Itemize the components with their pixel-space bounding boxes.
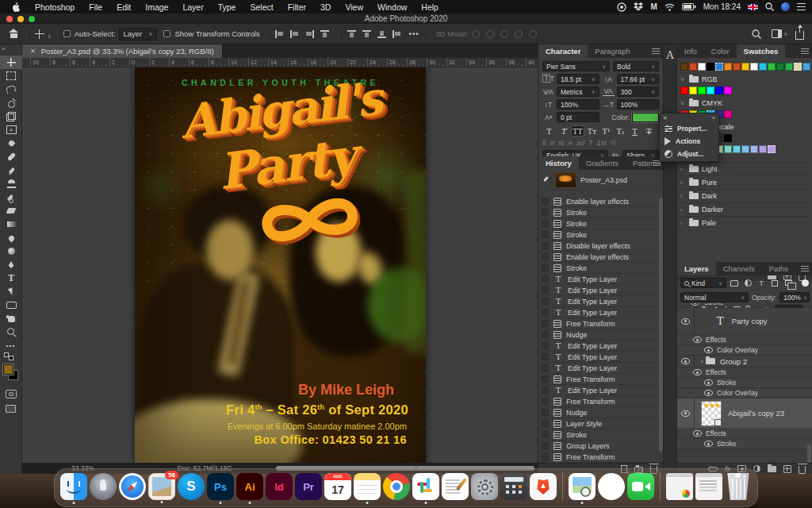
tool-button[interactable] xyxy=(0,190,22,204)
canvas-area[interactable]: CHANDLER YOUTH THEATRE Abigail's Party B… xyxy=(22,67,538,463)
eye-icon[interactable] xyxy=(681,358,690,364)
history-set-source-well[interactable] xyxy=(542,264,549,271)
dock-icon[interactable] xyxy=(354,473,381,500)
home-icon[interactable] xyxy=(6,27,21,41)
tool-button[interactable] xyxy=(0,231,22,244)
dock-icon[interactable]: S xyxy=(178,473,205,500)
swatch[interactable] xyxy=(759,63,767,71)
history-set-source-well[interactable] xyxy=(542,453,549,460)
history-set-source-well[interactable] xyxy=(542,275,549,283)
visibility-gutter[interactable] xyxy=(677,388,717,398)
toolbar-collapse-icon[interactable]: » xyxy=(2,45,5,52)
more-options-icon[interactable]: ••• xyxy=(409,29,419,38)
history-item[interactable]: Free Transform xyxy=(538,396,664,407)
history-set-source-well[interactable] xyxy=(542,442,549,449)
dock-icon[interactable] xyxy=(90,473,117,500)
history-item[interactable]: Stroke xyxy=(538,429,664,441)
history-item[interactable]: Disable layer effects xyxy=(538,241,664,252)
panel-menu-icon[interactable] xyxy=(801,48,809,54)
tool-button[interactable] xyxy=(0,177,22,190)
layer-row[interactable]: › T Party copy fx^ xyxy=(677,308,812,335)
dock-icon[interactable] xyxy=(442,473,469,500)
distribute-left-icon[interactable] xyxy=(393,30,401,38)
horizontal-ruler[interactable]: 1086420246810121416182022242628303234363… xyxy=(22,58,538,67)
swatch[interactable] xyxy=(707,87,714,94)
floating-panel-item[interactable]: Adjust... xyxy=(660,148,718,160)
dock-icon[interactable] xyxy=(500,473,527,500)
visibility-gutter[interactable] xyxy=(677,308,695,334)
visibility-gutter[interactable] xyxy=(677,345,717,355)
eye-icon[interactable] xyxy=(704,441,713,447)
history-item[interactable]: Stroke xyxy=(538,207,664,218)
history-item[interactable]: Nudge xyxy=(538,329,664,341)
menubar-item[interactable]: Layer xyxy=(175,2,210,12)
format-button[interactable]: T xyxy=(542,125,556,137)
swatch[interactable] xyxy=(733,145,741,153)
3d-scale-icon[interactable] xyxy=(529,30,537,38)
workspace-dropdown-icon[interactable]: ∨ xyxy=(783,31,787,37)
history-set-source-well[interactable] xyxy=(542,198,549,205)
layer-name[interactable]: Effects xyxy=(706,368,726,376)
history-set-source-well[interactable] xyxy=(542,242,549,249)
tool-button[interactable] xyxy=(0,56,22,69)
dock-icon[interactable]: Ps xyxy=(207,473,234,500)
swatch[interactable] xyxy=(759,145,767,153)
tool-button[interactable] xyxy=(0,164,22,177)
menubar-item[interactable]: Window xyxy=(370,2,414,12)
workspace-icon[interactable] xyxy=(772,29,782,38)
battery-icon[interactable] xyxy=(682,2,696,12)
tab-channels[interactable]: Channels xyxy=(716,262,762,275)
apple-menu-icon[interactable] xyxy=(11,2,20,11)
tab-character[interactable]: Character xyxy=(538,44,588,58)
swatch[interactable] xyxy=(750,63,758,71)
format-button[interactable]: T xyxy=(642,125,656,137)
opentype-button[interactable]: st xyxy=(558,139,564,147)
history-source-icon[interactable] xyxy=(542,175,551,185)
filter-toggle-icon[interactable] xyxy=(802,279,809,287)
visibility-gutter[interactable] xyxy=(677,356,695,367)
format-button[interactable]: TT xyxy=(571,125,584,137)
close-tab-icon[interactable]: ✕ xyxy=(30,48,36,55)
tab-paths[interactable]: Paths xyxy=(762,262,795,275)
dock-icon[interactable] xyxy=(569,473,596,500)
layer-name[interactable]: Group 2 xyxy=(720,357,747,366)
history-set-source-well[interactable] xyxy=(542,253,549,260)
eye-icon[interactable] xyxy=(693,369,702,375)
menubar-item[interactable]: 3D xyxy=(313,2,338,12)
history-set-source-well[interactable] xyxy=(542,331,549,338)
floating-panel-item[interactable]: Propert... xyxy=(660,122,718,135)
adjustment-layer-icon[interactable] xyxy=(753,465,760,472)
document-tab[interactable]: ✕ Poster_A3.psd @ 33.3% (Abigail's copy … xyxy=(22,44,223,58)
group-caret-icon[interactable]: › xyxy=(701,358,703,365)
3d-pan-icon[interactable] xyxy=(500,30,508,38)
tab-history[interactable]: History xyxy=(538,156,579,170)
close-panel-icon[interactable]: ✕ xyxy=(663,115,668,121)
history-item[interactable]: Enable layer effects xyxy=(538,252,664,263)
swatch[interactable] xyxy=(768,63,776,71)
3d-orbit-icon[interactable] xyxy=(472,30,480,38)
filter-smart-objects-icon[interactable] xyxy=(783,279,794,288)
distribute-v-center-icon[interactable] xyxy=(362,30,371,38)
tool-button[interactable] xyxy=(0,312,22,325)
visibility-gutter[interactable] xyxy=(677,429,706,438)
dropbox-icon[interactable] xyxy=(634,2,643,12)
wifi-icon[interactable] xyxy=(665,2,675,12)
swatch[interactable] xyxy=(724,145,732,153)
history-set-source-well[interactable] xyxy=(542,431,549,438)
dock-icon[interactable]: AUG 17 xyxy=(324,473,351,500)
tool-preset-dropdown-icon[interactable]: ∨ xyxy=(48,33,52,40)
tool-button[interactable] xyxy=(0,298,22,312)
filter-pixel-layers-icon[interactable] xyxy=(729,279,740,288)
layer-name[interactable]: Color Overlay xyxy=(717,389,758,397)
dock-icon[interactable]: Ai xyxy=(236,473,263,500)
layer-name[interactable]: Effects xyxy=(706,336,726,344)
swatch[interactable] xyxy=(715,63,723,71)
history-set-source-well[interactable] xyxy=(542,220,549,227)
swatch[interactable] xyxy=(689,87,697,94)
layer-row[interactable]: › T Color Overlay fx^ xyxy=(677,345,812,356)
history-set-source-well[interactable] xyxy=(542,353,549,360)
panel-menu-icon[interactable] xyxy=(801,266,809,271)
dock-icon[interactable] xyxy=(627,473,654,500)
dock-icon[interactable] xyxy=(598,473,625,500)
history-set-source-well[interactable] xyxy=(542,375,549,383)
